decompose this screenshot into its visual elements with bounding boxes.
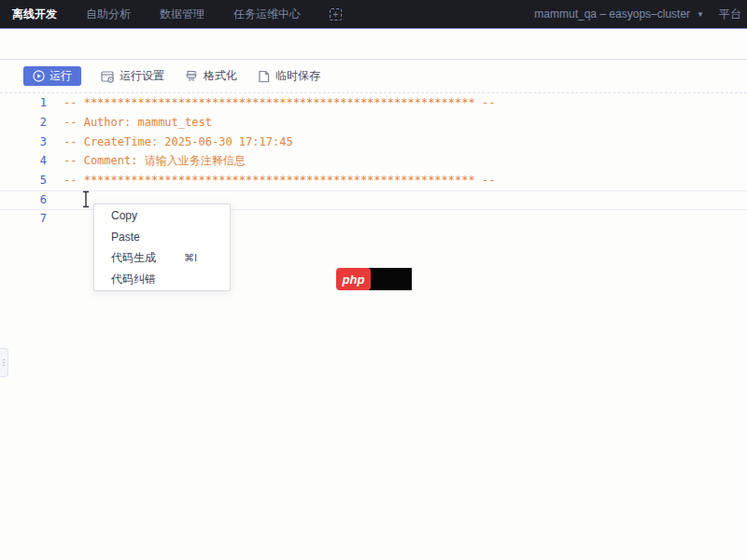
code-line[interactable]: 2 -- Author: mammut_test: [0, 113, 747, 133]
temp-save-button[interactable]: 临时保存: [258, 68, 320, 84]
menu-item-paste[interactable]: Paste: [94, 226, 230, 247]
menu-item-code-fix[interactable]: 代码纠错: [94, 269, 230, 290]
editor-toolbar: 运行 运行设置 格式化 临时保存: [0, 59, 747, 93]
nav-item-platform[interactable]: 平台: [719, 7, 747, 22]
save-file-icon: [258, 70, 270, 83]
cluster-selector-label: mammut_qa – easyops–cluster: [534, 7, 690, 21]
run-settings-icon: [101, 70, 114, 83]
chevron-down-icon: ▼: [697, 10, 704, 19]
code-line[interactable]: 5 -- ***********************************…: [0, 171, 747, 190]
watermark-dark-block: [369, 268, 412, 290]
nav-item-self-analysis[interactable]: 自助分析: [86, 7, 131, 22]
drag-dots-icon: ⋮: [0, 358, 8, 367]
line-number: 5: [0, 174, 47, 187]
format-button[interactable]: 格式化: [185, 68, 237, 84]
cluster-selector[interactable]: mammut_qa – easyops–cluster ▼: [534, 7, 704, 21]
run-button-label: 运行: [49, 68, 72, 84]
code-line-text: -- *************************************…: [63, 96, 495, 109]
line-number: 3: [0, 135, 47, 148]
menu-item-label: Copy: [111, 209, 137, 222]
nav-item-task-ops-center[interactable]: 任务运维中心: [233, 7, 301, 22]
line-number: 1: [0, 96, 47, 109]
editor-context-menu: Copy Paste 代码生成 ⌘I 代码纠错: [93, 203, 231, 291]
menu-item-label: Paste: [111, 231, 140, 244]
line-number: 4: [0, 154, 47, 167]
code-line[interactable]: 1 -- ***********************************…: [0, 93, 747, 113]
play-circle-icon: [33, 70, 45, 82]
nav-right-group: mammut_qa – easyops–cluster ▼ 平台: [534, 7, 747, 22]
code-editor[interactable]: 1 -- ***********************************…: [0, 93, 747, 560]
nav-item-offline-dev[interactable]: 离线开发: [12, 7, 57, 22]
code-line-text: -- CreateTime: 2025-06-30 17:17:45: [63, 135, 293, 148]
code-line-text: -- *************************************…: [63, 174, 495, 187]
php-watermark: php: [336, 268, 412, 290]
temp-save-label: 临时保存: [275, 68, 320, 84]
line-number: 7: [0, 212, 47, 225]
run-button[interactable]: 运行: [23, 66, 81, 86]
menu-item-label: 代码纠错: [111, 272, 156, 287]
nav-item-data-management[interactable]: 数据管理: [160, 7, 204, 22]
top-nav-bar: 离线开发 自助分析 数据管理 任务运维中心 + mammut_qa – easy…: [0, 0, 747, 29]
run-settings-label: 运行设置: [120, 68, 164, 84]
menu-item-copy[interactable]: Copy: [94, 204, 230, 226]
line-number: 6: [0, 193, 47, 206]
menu-item-label: 代码生成: [111, 250, 156, 266]
sidebar-expand-handle[interactable]: ⋮: [0, 348, 8, 377]
code-line-text: -- Author: mammut_test: [63, 116, 212, 129]
run-settings-button[interactable]: 运行设置: [101, 68, 164, 84]
format-label: 格式化: [204, 68, 237, 84]
format-brush-icon: [185, 70, 198, 83]
line-number: 2: [0, 116, 47, 129]
code-line-text: -- Comment: 请输入业务注释信息: [63, 153, 246, 169]
php-logo-badge: php: [336, 268, 371, 290]
code-line[interactable]: 3 -- CreateTime: 2025-06-30 17:17:45: [0, 132, 747, 151]
apps-grid-icon[interactable]: +: [330, 8, 342, 21]
menu-item-shortcut: ⌘I: [184, 252, 197, 264]
menu-item-code-generate[interactable]: 代码生成 ⌘I: [94, 247, 230, 269]
code-line[interactable]: 4 -- Comment: 请输入业务注释信息: [0, 151, 747, 171]
